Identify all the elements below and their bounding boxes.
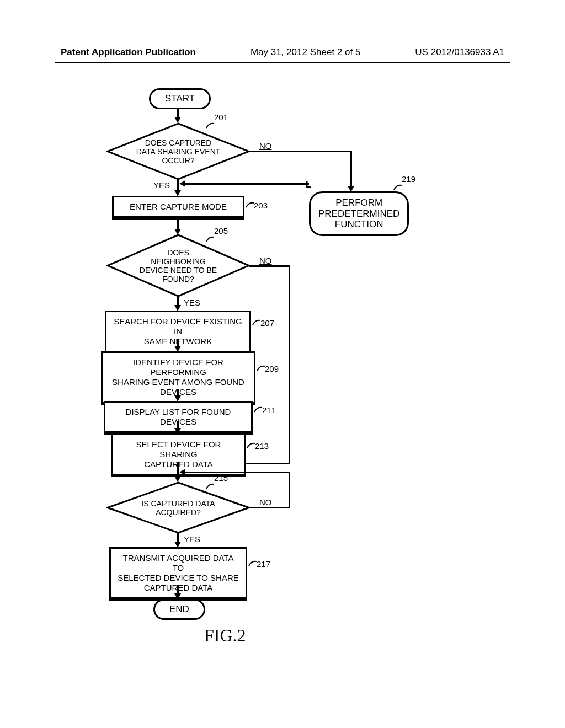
ref-lead-icon bbox=[253, 405, 263, 413]
arrow bbox=[185, 183, 309, 185]
start-label: START bbox=[165, 93, 195, 104]
decision-215-text: IS CAPTURED DATA ACQUIRED? bbox=[121, 499, 236, 516]
decision-201-text: DOES CAPTURED DATA SHARING EVENT OCCUR? bbox=[121, 138, 236, 164]
ref-lead-icon bbox=[248, 559, 258, 567]
arrowhead-left-icon bbox=[179, 180, 185, 187]
start-terminal: START bbox=[149, 88, 211, 109]
ref-lead-icon bbox=[245, 201, 255, 208]
arrowhead-left-icon bbox=[179, 469, 185, 475]
ref-lead-icon bbox=[252, 318, 262, 326]
header-left: Patent Application Publication bbox=[61, 47, 196, 58]
ref-lead-icon bbox=[205, 482, 215, 490]
ref-203: 203 bbox=[254, 201, 268, 210]
yes-label: YES bbox=[184, 534, 200, 544]
ref-209: 209 bbox=[265, 364, 279, 373]
header-divider bbox=[55, 62, 510, 63]
ref-211: 211 bbox=[262, 405, 276, 415]
merge-icon bbox=[306, 180, 312, 188]
ref-lead-icon bbox=[205, 235, 215, 243]
no-label: NO bbox=[259, 497, 272, 507]
decision-205-text: DOES NEIGHBORING DEVICE NEED TO BE FOUND… bbox=[121, 248, 236, 283]
decision-205: DOES NEIGHBORING DEVICE NEED TO BE FOUND… bbox=[106, 234, 250, 297]
decision-201: DOES CAPTURED DATA SHARING EVENT OCCUR? bbox=[106, 122, 250, 180]
arrow bbox=[177, 462, 179, 477]
ref-lead-icon bbox=[246, 441, 256, 449]
ref-207: 207 bbox=[260, 318, 274, 328]
flowchart: START DOES CAPTURED DATA SHARING EVENT O… bbox=[0, 84, 565, 690]
ref-lead-icon bbox=[393, 183, 403, 191]
arrow bbox=[249, 265, 290, 267]
arrow bbox=[249, 507, 290, 508]
process-203: ENTER CAPTURE MODE bbox=[112, 196, 244, 220]
ref-lead-icon bbox=[256, 364, 266, 372]
end-terminal: END bbox=[153, 599, 205, 620]
header-center: May 31, 2012 Sheet 2 of 5 bbox=[250, 47, 360, 58]
process-203-text: ENTER CAPTURE MODE bbox=[130, 202, 227, 211]
header-right: US 2012/0136933 A1 bbox=[415, 47, 504, 58]
end-label: END bbox=[169, 604, 189, 614]
ref-213: 213 bbox=[255, 441, 269, 451]
yes-label: YES bbox=[153, 180, 170, 190]
arrow bbox=[177, 218, 179, 230]
ref-217: 217 bbox=[257, 559, 270, 569]
terminal-219-text: PERFORM PREDETERMINED FUNCTION bbox=[318, 197, 399, 230]
ref-201: 201 bbox=[214, 113, 228, 122]
no-label: NO bbox=[259, 141, 272, 151]
decision-215: IS CAPTURED DATA ACQUIRED? bbox=[106, 481, 250, 534]
figure-caption: FIG.2 bbox=[204, 625, 246, 646]
arrow bbox=[289, 472, 290, 508]
arrow bbox=[350, 151, 352, 187]
arrow bbox=[177, 179, 179, 191]
terminal-219: PERFORM PREDETERMINED FUNCTION bbox=[309, 191, 409, 236]
arrow bbox=[185, 472, 290, 473]
ref-215: 215 bbox=[214, 473, 228, 483]
ref-lead-icon bbox=[205, 121, 215, 129]
arrow bbox=[249, 151, 351, 152]
ref-219: 219 bbox=[402, 174, 415, 184]
page-header: Patent Application Publication May 31, 2… bbox=[0, 47, 565, 58]
ref-205: 205 bbox=[214, 226, 228, 235]
no-label: NO bbox=[259, 256, 272, 265]
yes-label: YES bbox=[184, 298, 200, 307]
arrow bbox=[289, 265, 290, 464]
